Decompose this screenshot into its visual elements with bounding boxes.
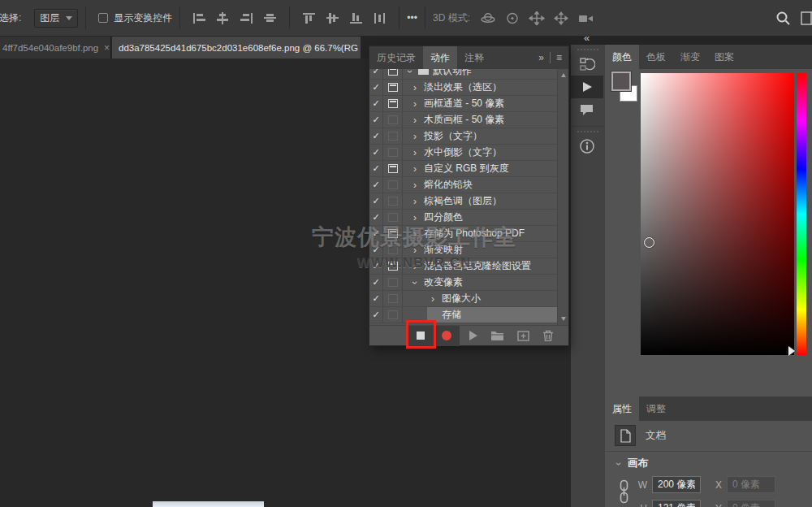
chevron-closed-icon[interactable]: › (409, 213, 421, 223)
tab-adjustments[interactable]: 调整 (639, 396, 673, 421)
panel-menu-icon[interactable]: ≡ (556, 52, 562, 63)
hue-slider[interactable] (797, 73, 806, 355)
chevron-closed-icon[interactable]: › (409, 132, 421, 141)
dock-grip[interactable] (577, 49, 598, 50)
chevron-closed-icon[interactable]: › (409, 164, 421, 174)
scroll-up-icon[interactable] (561, 73, 566, 77)
chevron-closed-icon[interactable]: › (409, 83, 421, 93)
hue-slider-pointer[interactable] (788, 346, 795, 356)
x-input[interactable] (727, 476, 775, 493)
search-icon[interactable] (775, 11, 791, 26)
include-checkmark[interactable]: ✓ (369, 242, 383, 258)
workspace-panel-icon[interactable] (801, 11, 812, 25)
width-input[interactable] (652, 476, 701, 493)
height-input[interactable] (652, 500, 701, 507)
pan-3d-icon[interactable] (529, 11, 545, 25)
orbit-3d-icon[interactable] (480, 11, 496, 25)
include-checkmark[interactable]: ✓ (369, 80, 383, 95)
dialog-toggle[interactable] (383, 69, 403, 79)
chevron-open-icon[interactable]: › (405, 69, 415, 77)
tab-history[interactable]: 历史记录 (369, 46, 423, 69)
include-checkmark[interactable]: ✓ (369, 307, 383, 323)
action-row[interactable]: ✓›自定义 RGB 到灰度 (369, 161, 557, 177)
dialog-toggle[interactable] (383, 161, 403, 176)
chevron-closed-icon[interactable]: › (409, 229, 421, 239)
more-options-button[interactable]: ••• (407, 12, 417, 24)
action-row[interactable]: ✓›混合器画笔克隆绘图设置 (369, 258, 557, 275)
include-checkmark[interactable]: ✓ (369, 96, 383, 111)
align-middle-icon[interactable] (326, 12, 339, 24)
action-row[interactable]: ✓存储 (369, 307, 557, 323)
align-right-icon[interactable] (240, 12, 253, 24)
slide-3d-icon[interactable] (553, 11, 569, 25)
dialog-toggle[interactable] (383, 96, 403, 111)
align-center-horizontal-icon[interactable] (216, 12, 230, 24)
roll-3d-icon[interactable] (504, 11, 520, 25)
include-checkmark[interactable]: ✓ (369, 193, 383, 209)
chevron-closed-icon[interactable]: › (409, 180, 421, 190)
y-input[interactable] (727, 500, 775, 507)
action-row[interactable]: ✓›淡出效果（选区） (369, 80, 557, 96)
dialog-toggle[interactable] (383, 258, 403, 274)
include-checkmark[interactable]: ✓ (369, 210, 383, 225)
dock-grip[interactable] (577, 131, 598, 132)
link-dimensions-icon[interactable] (619, 479, 629, 504)
align-top-icon[interactable] (302, 12, 316, 24)
notes-panel-icon[interactable] (571, 98, 603, 121)
new-action-button[interactable] (517, 331, 529, 341)
action-row[interactable]: ✓›木质画框 - 50 像素 (369, 112, 557, 128)
include-checkmark[interactable]: ✓ (369, 258, 383, 274)
chevron-closed-icon[interactable]: › (409, 148, 421, 158)
tab-notes[interactable]: 注释 (457, 46, 491, 69)
dialog-toggle[interactable] (383, 145, 403, 160)
close-tab-icon[interactable]: × (104, 42, 110, 54)
saturation-brightness-field[interactable] (641, 73, 794, 355)
chevron-open-icon[interactable]: › (410, 277, 420, 288)
foreground-color-swatch[interactable] (611, 72, 631, 91)
distribute-horizontal-icon[interactable] (373, 12, 387, 24)
dialog-toggle[interactable] (383, 307, 403, 323)
new-set-folder-button[interactable] (490, 331, 504, 341)
dialog-toggle[interactable] (383, 210, 403, 225)
chevron-closed-icon[interactable]: › (409, 197, 421, 206)
delete-action-button[interactable] (542, 330, 554, 341)
action-row[interactable]: ✓›画框通道 - 50 像素 (369, 96, 557, 112)
record-button[interactable] (434, 331, 460, 340)
dialog-toggle[interactable] (383, 242, 403, 258)
show-transform-checkbox[interactable] (98, 13, 108, 23)
autoselect-dropdown[interactable]: 图层 (34, 9, 78, 28)
dialog-toggle[interactable] (383, 112, 403, 128)
dialog-toggle[interactable] (383, 193, 403, 209)
chevron-closed-icon[interactable]: › (427, 294, 438, 304)
dialog-toggle[interactable] (383, 128, 403, 144)
dialog-toggle[interactable] (383, 80, 403, 95)
actions-panel-icon[interactable] (571, 76, 603, 98)
tab-color[interactable]: 颜色 (605, 45, 639, 69)
include-checkmark[interactable]: ✓ (369, 145, 383, 160)
tab-swatches[interactable]: 色板 (639, 45, 673, 69)
action-row[interactable]: ✓›投影（文字） (369, 128, 557, 145)
action-row[interactable]: ✓›默认动作 (369, 69, 557, 80)
dialog-toggle[interactable] (383, 275, 403, 290)
tab-properties[interactable]: 属性 (605, 396, 639, 421)
action-row[interactable]: ✓›水中倒影（文字） (369, 145, 557, 161)
include-checkmark[interactable]: ✓ (369, 161, 383, 176)
include-checkmark[interactable]: ✓ (369, 291, 383, 306)
history-panel-icon[interactable] (571, 53, 603, 76)
include-checkmark[interactable]: ✓ (369, 275, 383, 290)
info-panel-icon[interactable] (571, 135, 603, 158)
action-row[interactable]: ✓›渐变映射 (369, 242, 557, 258)
align-bottom-icon[interactable] (349, 12, 363, 24)
action-row[interactable]: ✓›图像大小 (369, 291, 557, 307)
document-tab-inactive[interactable]: 4ff7d54e040afe9bf.png × (0, 37, 111, 58)
chevron-closed-icon[interactable]: › (409, 115, 421, 125)
dialog-toggle[interactable] (383, 226, 403, 241)
chevron-closed-icon[interactable]: › (409, 245, 421, 255)
dialog-toggle[interactable] (383, 291, 403, 306)
action-row[interactable]: ✓›四分颜色 (369, 210, 557, 226)
collapse-panels-button[interactable]: « (584, 32, 589, 44)
chevron-closed-icon[interactable]: › (409, 99, 421, 109)
include-checkmark[interactable]: ✓ (369, 112, 383, 128)
action-row[interactable]: ✓›棕褐色调（图层） (369, 193, 557, 210)
expand-panel-icon[interactable]: » (538, 52, 544, 63)
